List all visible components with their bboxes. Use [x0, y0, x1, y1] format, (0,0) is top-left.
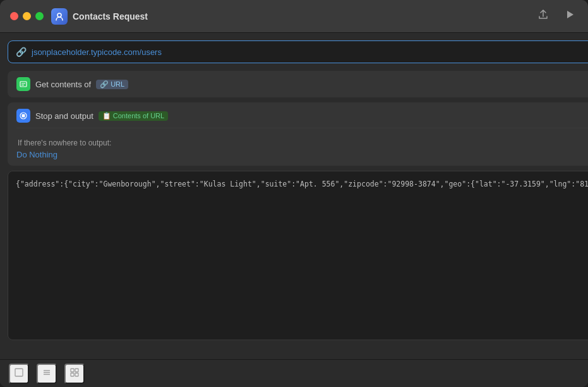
bottom-toolbar	[0, 359, 588, 387]
traffic-lights	[10, 12, 44, 20]
contents-tag-text: Contents of URL	[113, 112, 164, 120]
view-list-button[interactable]	[37, 364, 57, 384]
main-window: Contacts Request 🔗 jsonplaceholder.typic…	[0, 0, 588, 387]
get-contents-header: Get contents of 🔗 URL Show More	[16, 77, 588, 91]
svg-rect-10	[71, 369, 74, 372]
url-text: jsonplaceholder.typicode.com/users	[32, 47, 588, 57]
window-title: Contacts Request	[73, 11, 535, 22]
titlebar: Contacts Request	[0, 0, 588, 33]
svg-rect-13	[75, 373, 78, 376]
url-tag: 🔗 URL	[96, 80, 128, 89]
titlebar-actions	[535, 6, 578, 26]
view-single-button[interactable]	[9, 364, 29, 384]
svg-point-0	[57, 13, 61, 17]
json-output-area: {"address":{"city":"Gwenborough","street…	[8, 171, 588, 340]
close-button[interactable]	[10, 12, 18, 20]
contents-tag-icon: 📋	[102, 112, 111, 120]
svg-rect-12	[71, 373, 74, 376]
left-panel: 🔗 jsonplaceholder.typicode.com/users + G…	[0, 33, 588, 387]
do-nothing-button[interactable]: Do Nothing	[16, 150, 588, 159]
stop-output-block: Stop and output 📋 Contents of URL If the…	[8, 102, 588, 166]
if-nowhere-label: If there's nowhere to output:	[16, 138, 588, 147]
url-tag-text: URL	[111, 80, 124, 88]
view-grid-button[interactable]	[64, 364, 85, 384]
svg-rect-1	[20, 82, 27, 87]
app-icon	[51, 8, 68, 25]
stop-output-icon	[16, 109, 30, 123]
get-contents-block: Get contents of 🔗 URL Show More	[8, 71, 588, 97]
contents-tag: 📋 Contents of URL	[99, 111, 168, 121]
url-tag-icon: 🔗	[100, 80, 109, 89]
maximize-button[interactable]	[35, 12, 44, 20]
get-contents-icon	[16, 77, 30, 91]
minimize-button[interactable]	[23, 12, 31, 20]
svg-rect-5	[22, 114, 25, 118]
page-indicator: Page 1 of 10	[0, 343, 588, 359]
url-bar[interactable]: 🔗 jsonplaceholder.typicode.com/users +	[8, 40, 588, 63]
play-button[interactable]	[561, 6, 578, 26]
link-icon: 🔗	[16, 47, 27, 57]
svg-rect-6	[15, 369, 23, 376]
share-button[interactable]	[535, 6, 551, 26]
stop-output-header: Stop and output 📋 Contents of URL	[16, 109, 588, 123]
main-content: 🔗 jsonplaceholder.typicode.com/users + G…	[0, 33, 588, 387]
json-text: {"address":{"city":"Gwenborough","street…	[16, 179, 588, 190]
stop-output-label: Stop and output	[35, 111, 93, 121]
svg-rect-11	[75, 369, 78, 372]
get-contents-label: Get contents of	[35, 80, 91, 89]
